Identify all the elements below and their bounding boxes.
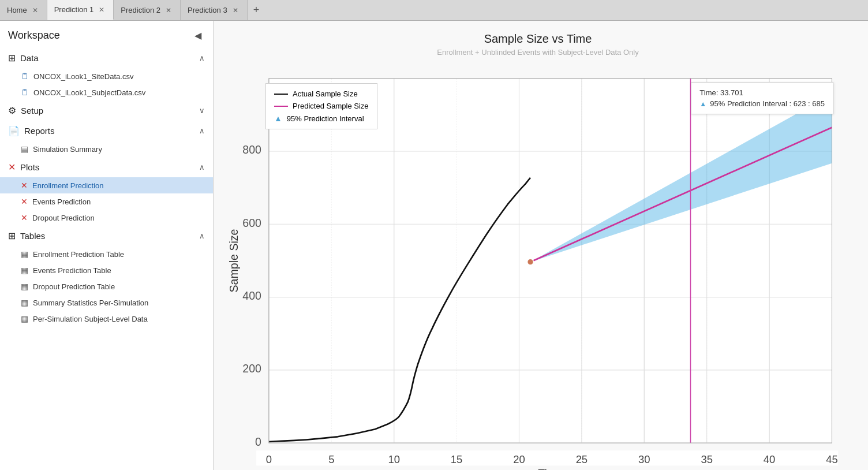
data-section-icon: ⊞ <box>8 53 16 64</box>
svg-rect-34 <box>256 450 838 465</box>
plots-section-icon: ✕ <box>8 162 16 173</box>
plots-section-items: ✕ Enrollment Prediction ✕ Events Predict… <box>0 177 213 226</box>
tab-prediction2-close[interactable]: ✕ <box>164 6 173 14</box>
summary-stats-label: Summary Statistics Per-Simulation <box>33 299 148 307</box>
legend-actual-line <box>274 94 288 95</box>
chart-title: Sample Size vs Time <box>484 32 592 46</box>
legend-predicted: Predicted Sample Size <box>274 102 369 110</box>
events-prediction-icon: ✕ <box>21 197 28 206</box>
sidebar: Workspace ◀ ⊞ Data ∧ 🗒 ONCOX_iLook1_Site… <box>0 21 214 470</box>
reports-section-toggle: ∧ <box>199 126 205 135</box>
legend-interval: ▲ 95% Prediction Interval <box>274 114 369 123</box>
tab-prediction3-label: Prediction 3 <box>188 6 227 14</box>
svg-text:40: 40 <box>764 453 775 465</box>
subjectdata-label: ONCOX_iLook1_SubjectData.csv <box>33 88 145 97</box>
sidebar-item-subject-level[interactable]: ▦ Per-Simulation Subject-Level Data <box>0 311 213 327</box>
svg-point-49 <box>527 259 534 265</box>
events-table-icon: ▦ <box>21 266 28 275</box>
enrollment-table-label: Enrollment Prediction Table <box>33 250 124 259</box>
plots-section-toggle: ∧ <box>199 163 205 171</box>
tab-home[interactable]: Home ✕ <box>0 0 47 20</box>
subjectdata-icon: 🗒 <box>21 88 29 97</box>
sidebar-title: Workspace <box>8 29 60 42</box>
reports-section-icon: 📄 <box>8 125 20 136</box>
sidebar-item-dropout-table[interactable]: ▦ Dropout Prediction Table <box>0 278 213 294</box>
svg-text:35: 35 <box>701 453 712 465</box>
summary-stats-icon: ▦ <box>21 298 28 307</box>
legend-interval-label: 95% Prediction Interval <box>287 114 364 123</box>
chart-area: Sample Size vs Time Enrollment + Unblind… <box>214 21 868 470</box>
setup-section-toggle: ∨ <box>199 106 205 115</box>
reports-section-items: ▤ Simulation Summary <box>0 141 213 157</box>
section-plots-label: Plots <box>20 162 39 172</box>
svg-text:15: 15 <box>451 453 462 465</box>
tab-prediction2-label: Prediction 2 <box>121 6 160 14</box>
legend-interval-icon: ▲ <box>274 114 282 123</box>
svg-text:10: 10 <box>388 453 399 465</box>
tab-prediction2[interactable]: Prediction 2 ✕ <box>114 0 181 20</box>
chart-subtitle: Enrollment + Unblinded Events with Subje… <box>437 48 638 57</box>
chart-legend: Actual Sample Size Predicted Sample Size… <box>265 83 377 129</box>
svg-text:0: 0 <box>255 435 261 447</box>
tab-prediction3-close[interactable]: ✕ <box>231 6 240 14</box>
section-tables-label: Tables <box>20 231 45 241</box>
svg-text:200: 200 <box>242 362 261 375</box>
sidebar-item-events-table[interactable]: ▦ Events Prediction Table <box>0 262 213 278</box>
svg-text:400: 400 <box>242 289 261 302</box>
subject-level-label: Per-Simulation Subject-Level Data <box>33 315 148 323</box>
svg-rect-0 <box>269 79 832 443</box>
svg-text:25: 25 <box>576 453 588 465</box>
sidebar-item-summary-stats[interactable]: ▦ Summary Statistics Per-Simulation <box>0 294 213 311</box>
sidebar-item-subjectdata[interactable]: 🗒 ONCOX_iLook1_SubjectData.csv <box>0 84 213 100</box>
sitedata-label: ONCOX_iLook1_SiteData.csv <box>33 72 133 81</box>
tab-prediction1[interactable]: Prediction 1 ✕ <box>47 0 114 20</box>
enrollment-prediction-icon: ✕ <box>21 181 28 190</box>
sidebar-item-enrollment-table[interactable]: ▦ Enrollment Prediction Table <box>0 246 213 262</box>
enrollment-prediction-label: Enrollment Prediction <box>32 181 104 190</box>
sitedata-icon: 🗒 <box>21 72 29 81</box>
sidebar-item-dropout-prediction[interactable]: ✕ Dropout Prediction <box>0 210 213 226</box>
dropout-table-icon: ▦ <box>21 282 28 291</box>
legend-actual-label: Actual Sample Size <box>293 89 358 98</box>
tab-prediction1-label: Prediction 1 <box>54 5 94 14</box>
legend-actual: Actual Sample Size <box>274 89 369 98</box>
events-prediction-label: Events Prediction <box>32 197 91 206</box>
sidebar-collapse-button[interactable]: ◀ <box>191 29 205 42</box>
sidebar-item-events-prediction[interactable]: ✕ Events Prediction <box>0 193 213 210</box>
data-section-items: 🗒 ONCOX_iLook1_SiteData.csv 🗒 ONCOX_iLoo… <box>0 68 213 100</box>
svg-text:800: 800 <box>242 143 261 156</box>
section-data-header[interactable]: ⊞ Data ∧ <box>0 48 213 68</box>
main-content: Workspace ◀ ⊞ Data ∧ 🗒 ONCOX_iLook1_Site… <box>0 21 868 470</box>
section-data-label: Data <box>20 53 39 63</box>
setup-section-icon: ⚙ <box>8 105 16 116</box>
svg-text:20: 20 <box>513 453 525 465</box>
simulation-summary-icon: ▤ <box>21 144 28 154</box>
svg-text:45: 45 <box>826 453 837 465</box>
tab-bar: Home ✕ Prediction 1 ✕ Prediction 2 ✕ Pre… <box>0 0 868 21</box>
data-section-toggle: ∧ <box>199 54 205 62</box>
tables-section-toggle: ∧ <box>199 232 205 240</box>
sidebar-item-simulation-summary[interactable]: ▤ Simulation Summary <box>0 141 213 157</box>
legend-predicted-line <box>274 106 288 107</box>
tables-section-items: ▦ Enrollment Prediction Table ▦ Events P… <box>0 246 213 327</box>
tab-add-button[interactable]: + <box>248 0 265 20</box>
svg-text:Time: Time <box>538 467 563 470</box>
dropout-prediction-icon: ✕ <box>21 213 28 222</box>
dropout-prediction-label: Dropout Prediction <box>32 214 95 222</box>
section-setup-header[interactable]: ⚙ Setup ∨ <box>0 100 213 121</box>
tab-home-close[interactable]: ✕ <box>31 6 40 14</box>
tab-prediction1-close[interactable]: ✕ <box>97 6 106 14</box>
chart-container[interactable]: 0 200 400 600 800 0 5 10 15 20 25 <box>225 66 851 470</box>
subject-level-icon: ▦ <box>21 314 28 323</box>
events-table-label: Events Prediction Table <box>33 266 111 275</box>
sidebar-item-enrollment-prediction[interactable]: ✕ Enrollment Prediction <box>0 177 213 193</box>
svg-text:Sample Size: Sample Size <box>227 229 240 292</box>
svg-text:30: 30 <box>638 453 650 465</box>
tab-prediction3[interactable]: Prediction 3 ✕ <box>181 0 248 20</box>
section-tables-header[interactable]: ⊞ Tables ∧ <box>0 226 213 246</box>
section-reports-header[interactable]: 📄 Reports ∧ <box>0 121 213 141</box>
tables-section-icon: ⊞ <box>8 230 16 241</box>
sidebar-item-sitedata[interactable]: 🗒 ONCOX_iLook1_SiteData.csv <box>0 68 213 84</box>
tab-home-label: Home <box>7 6 27 14</box>
section-plots-header[interactable]: ✕ Plots ∧ <box>0 157 213 177</box>
